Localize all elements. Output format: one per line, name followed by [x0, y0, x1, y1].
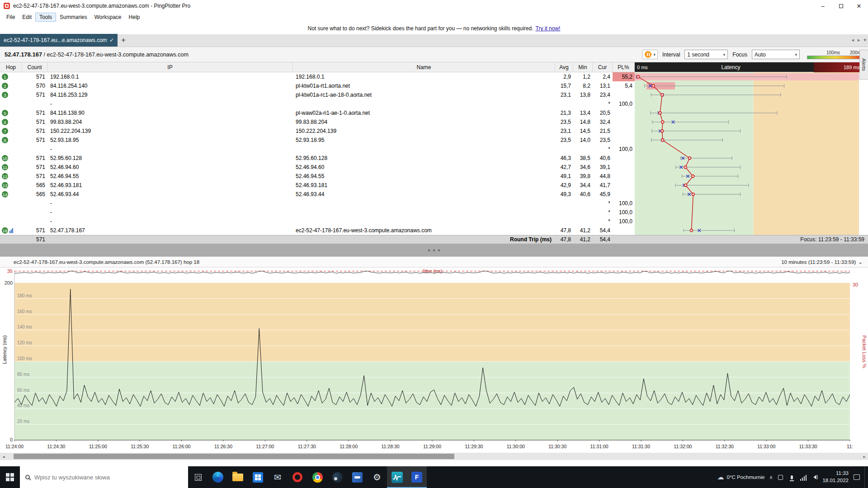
header-min[interactable]: Min [573, 62, 593, 72]
cell-cur: * [593, 217, 613, 226]
svg-text:11:32:00: 11:32:00 [674, 444, 692, 449]
cell-cur: 45,9 [593, 190, 613, 199]
svg-text:180 ms: 180 ms [17, 293, 32, 298]
cell-min: 13,8 [573, 90, 593, 99]
alerts-side-tab[interactable]: Alerts [859, 50, 868, 80]
taskbar-app-explorer[interactable] [228, 466, 248, 488]
cell-min: 14,5 [573, 127, 593, 136]
taskbar-app-mail[interactable]: ✉ [268, 466, 288, 488]
cell-avg: 21,3 [555, 108, 573, 117]
action-center-icon[interactable] [853, 474, 860, 481]
search-input[interactable] [34, 474, 183, 481]
microphone-icon[interactable] [788, 474, 795, 481]
taskbar-app-chrome[interactable] [307, 466, 327, 488]
cell-count: 571 [22, 226, 47, 235]
taskbar-search[interactable] [20, 466, 188, 488]
scroll-left-icon[interactable]: ◂ [0, 453, 7, 460]
cell-packet-loss [613, 172, 635, 181]
scrollbar-thumb[interactable] [14, 454, 454, 459]
header-avg[interactable]: Avg [555, 62, 573, 72]
hop-number-badge: 12 [2, 173, 8, 179]
chevron-down-icon: ⌄ [858, 259, 863, 265]
hidden-icons-chevron[interactable]: ∧ [769, 474, 773, 480]
chevron-down-icon[interactable]: ▾ [653, 52, 656, 57]
cloud-icon: ☁ [717, 473, 724, 481]
taskbar-app-steam[interactable] [327, 466, 347, 488]
table-header: Hop Count IP Name Avg Min Cur PL% 0 ms L… [0, 62, 868, 72]
svg-text:120 ms: 120 ms [17, 340, 32, 345]
hop-number-badge: 8 [2, 137, 8, 143]
pane-splitter[interactable] [0, 244, 868, 257]
time-range-select[interactable]: 10 minutes (11:23:59 - 11:33:59) ⌄ [781, 259, 863, 265]
cell-packet-loss: 100,0 [613, 217, 635, 226]
cell-packet-loss [613, 90, 635, 99]
svg-text:160 ms: 160 ms [17, 309, 32, 314]
cell-count: 565 [22, 190, 47, 199]
pause-button[interactable]: ▾ [642, 50, 658, 59]
menu-help[interactable]: Help [125, 13, 144, 21]
cell-packet-loss [613, 154, 635, 163]
cell-min [573, 208, 593, 217]
timeline-chart-area: 180 ms160 ms140 ms120 ms100 ms80 ms60 ms… [0, 267, 868, 453]
clock-widget[interactable]: 11:33 18.01.2022 [822, 470, 849, 484]
mini-graph-icon[interactable] [9, 228, 13, 233]
taskbar-app-f[interactable]: F [407, 466, 427, 488]
header-cur[interactable]: Cur [593, 62, 613, 72]
taskbar-app-blue[interactable] [347, 466, 367, 488]
taskbar-settings[interactable]: ⚙ [367, 466, 387, 488]
show-desktop-button[interactable] [864, 466, 866, 488]
start-button[interactable] [0, 466, 20, 488]
header-hop[interactable]: Hop [0, 62, 22, 72]
network-icon[interactable] [800, 474, 807, 481]
cell-ip: - [47, 199, 293, 208]
volume-icon[interactable] [811, 474, 818, 481]
header-count[interactable]: Count [22, 62, 47, 72]
try-it-now-link[interactable]: Try it now! [536, 25, 561, 32]
target-host: ec2-52-47-178-167.eu-west-3.compute.amaz… [47, 52, 189, 58]
cell-count: 571 [22, 127, 47, 136]
cell-count [22, 208, 47, 217]
cell-name [293, 199, 555, 208]
cell-cur: 20,5 [593, 108, 613, 117]
new-tab-button[interactable]: + [118, 34, 129, 47]
cell-packet-loss: 100,0 [613, 208, 635, 217]
svg-text:11:25:00: 11:25:00 [89, 444, 107, 449]
header-ip[interactable]: IP [47, 62, 293, 72]
close-button[interactable]: ✕ [850, 0, 868, 12]
focus-value: Auto [755, 52, 766, 58]
task-view-button[interactable] [188, 466, 208, 488]
maximize-button[interactable] [832, 0, 850, 12]
taskbar-app-edge[interactable] [208, 466, 228, 488]
cell-count [22, 99, 47, 108]
tab-target[interactable]: ec2-52-47-178-167.eu...e.amazonaws.com ✓ [0, 34, 118, 47]
taskbar-app-pingplotter[interactable] [387, 466, 407, 488]
interval-label: Interval [662, 52, 680, 58]
weather-widget[interactable]: ☁ 0°C Pochmurnie [717, 473, 765, 481]
minimize-button[interactable]: – [814, 0, 832, 12]
tab-check-icon: ✓ [109, 37, 114, 43]
scroll-left-icon[interactable]: ◂ [851, 37, 854, 43]
cell-packet-loss [613, 181, 635, 190]
menu-summaries[interactable]: Summaries [56, 13, 91, 21]
header-pl[interactable]: PL% [613, 62, 635, 72]
interval-select[interactable]: 1 second ▾ [684, 50, 728, 59]
round-trip-row[interactable]: 571 Round Trip (ms) 47,8 41,2 54,4 Focus… [0, 235, 868, 244]
menu-file[interactable]: File [3, 13, 19, 21]
cell-name [293, 99, 555, 108]
focus-select[interactable]: Auto ▾ [752, 50, 800, 59]
taskbar-app-store[interactable] [248, 466, 268, 488]
tab-list-icon[interactable]: ▾ [863, 37, 866, 43]
header-name[interactable]: Name [293, 62, 555, 72]
menu-tools[interactable]: Tools [35, 13, 56, 22]
scroll-right-icon[interactable]: ▸ [858, 37, 860, 43]
tray-generic-icon[interactable] [777, 474, 784, 481]
menu-edit[interactable]: Edit [19, 13, 35, 21]
taskbar-app-opera[interactable] [288, 466, 307, 488]
cell-name [293, 208, 555, 217]
horizontal-scrollbar[interactable]: ◂ ▸ [0, 453, 868, 460]
svg-text:11:32:30: 11:32:30 [716, 444, 734, 449]
menu-workspace[interactable]: Workspace [91, 13, 125, 21]
cell-count [22, 217, 47, 226]
cell-hop: 6 [0, 117, 22, 127]
scroll-right-icon[interactable]: ▸ [861, 453, 868, 460]
